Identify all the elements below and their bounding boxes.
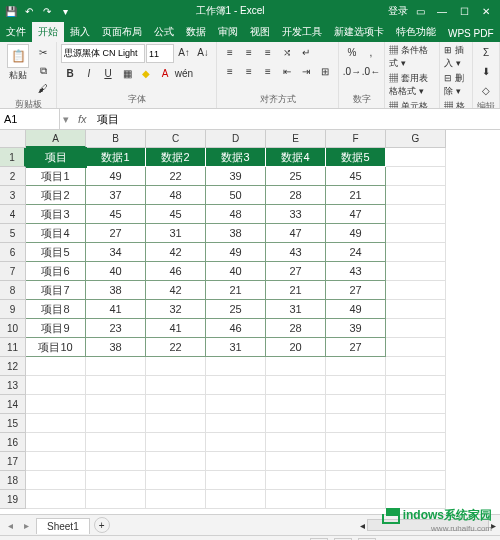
cell[interactable]: 数据4 (266, 148, 326, 167)
row-header[interactable]: 17 (0, 452, 26, 471)
qat-more-icon[interactable]: ▾ (58, 4, 72, 18)
cell[interactable] (206, 376, 266, 395)
cell[interactable] (266, 452, 326, 471)
border-icon[interactable]: ▦ (118, 65, 136, 82)
cell[interactable] (146, 490, 206, 509)
row-header[interactable]: 8 (0, 281, 26, 300)
decrease-decimal-icon[interactable]: .0← (362, 63, 380, 80)
cell[interactable]: 21 (266, 281, 326, 300)
cell[interactable] (386, 300, 446, 319)
cell[interactable] (326, 414, 386, 433)
login-button[interactable]: 登录 (388, 4, 408, 18)
cell[interactable]: 34 (86, 243, 146, 262)
cell[interactable] (386, 452, 446, 471)
row-header[interactable]: 2 (0, 167, 26, 186)
delete-cells-button[interactable]: ⊟ 删除 ▾ (444, 72, 468, 98)
column-header[interactable]: A (26, 130, 86, 148)
cell[interactable]: 数据3 (206, 148, 266, 167)
cell[interactable]: 28 (266, 186, 326, 205)
cell[interactable]: 项目6 (26, 262, 86, 281)
cell[interactable] (146, 395, 206, 414)
tab-custom[interactable]: 新建选项卡 (328, 22, 390, 42)
cell[interactable] (386, 224, 446, 243)
cell[interactable] (266, 414, 326, 433)
row-header[interactable]: 14 (0, 395, 26, 414)
cell[interactable] (206, 357, 266, 376)
sheet-nav-prev-icon[interactable]: ◂ (4, 520, 16, 531)
undo-icon[interactable]: ↶ (22, 4, 36, 18)
cell[interactable] (206, 433, 266, 452)
number-format-icon[interactable]: % (343, 44, 361, 61)
cell[interactable]: 31 (206, 338, 266, 357)
cell[interactable]: 47 (326, 205, 386, 224)
align-right-icon[interactable]: ≡ (259, 63, 277, 80)
indent-decrease-icon[interactable]: ⇤ (278, 63, 296, 80)
cell[interactable]: 50 (206, 186, 266, 205)
cell[interactable] (386, 433, 446, 452)
tab-view[interactable]: 视图 (244, 22, 276, 42)
cell[interactable]: 项目9 (26, 319, 86, 338)
cell[interactable]: 45 (146, 205, 206, 224)
conditional-format-button[interactable]: ▦ 条件格式 ▾ (389, 44, 435, 70)
merge-icon[interactable]: ⊞ (316, 63, 334, 80)
cell[interactable]: 47 (266, 224, 326, 243)
cell[interactable] (206, 471, 266, 490)
tab-wpspdf[interactable]: WPS PDF (442, 25, 500, 42)
cell[interactable]: 39 (326, 319, 386, 338)
column-header[interactable]: G (386, 130, 446, 148)
cell[interactable]: 45 (86, 205, 146, 224)
sheet-tab-active[interactable]: Sheet1 (36, 518, 90, 534)
indent-increase-icon[interactable]: ⇥ (297, 63, 315, 80)
paste-button[interactable]: 📋 粘贴 (4, 44, 32, 82)
cell[interactable] (326, 490, 386, 509)
cell[interactable]: 33 (266, 205, 326, 224)
cell[interactable]: 41 (146, 319, 206, 338)
tab-insert[interactable]: 插入 (64, 22, 96, 42)
sheet-nav-next-icon[interactable]: ▸ (20, 520, 32, 531)
cell[interactable] (26, 357, 86, 376)
cell[interactable]: 23 (86, 319, 146, 338)
column-header[interactable]: E (266, 130, 326, 148)
italic-icon[interactable]: I (80, 65, 98, 82)
phonetic-icon[interactable]: wén (175, 65, 193, 82)
cell[interactable] (26, 490, 86, 509)
cell[interactable] (326, 433, 386, 452)
cell[interactable]: 32 (146, 300, 206, 319)
cell[interactable] (146, 471, 206, 490)
align-bottom-icon[interactable]: ≡ (259, 44, 277, 61)
cell[interactable] (386, 338, 446, 357)
cell[interactable] (206, 490, 266, 509)
cell[interactable]: 27 (86, 224, 146, 243)
increase-font-icon[interactable]: A↑ (175, 44, 193, 61)
font-color-icon[interactable]: A (156, 65, 174, 82)
tab-data[interactable]: 数据 (180, 22, 212, 42)
cell[interactable]: 49 (326, 300, 386, 319)
row-header[interactable]: 1 (0, 148, 26, 167)
cell[interactable] (86, 471, 146, 490)
cell[interactable] (26, 471, 86, 490)
cell[interactable] (386, 376, 446, 395)
ribbon-options-icon[interactable]: ▭ (410, 4, 430, 18)
cell[interactable] (386, 414, 446, 433)
cell[interactable] (26, 395, 86, 414)
cell[interactable] (86, 490, 146, 509)
row-header[interactable]: 3 (0, 186, 26, 205)
align-left-icon[interactable]: ≡ (221, 63, 239, 80)
tab-features[interactable]: 特色功能 (390, 22, 442, 42)
cell[interactable]: 21 (206, 281, 266, 300)
cell[interactable]: 27 (266, 262, 326, 281)
cell[interactable]: 46 (146, 262, 206, 281)
font-name-input[interactable] (61, 44, 145, 63)
increase-decimal-icon[interactable]: .0→ (343, 63, 361, 80)
cell[interactable]: 数据1 (86, 148, 146, 167)
tab-review[interactable]: 审阅 (212, 22, 244, 42)
cell[interactable] (386, 148, 446, 167)
cell-styles-button[interactable]: ▦ 单元格样式 ▾ (389, 100, 435, 109)
cell[interactable]: 31 (146, 224, 206, 243)
cell[interactable]: 45 (326, 167, 386, 186)
cell[interactable]: 48 (206, 205, 266, 224)
cell[interactable]: 31 (266, 300, 326, 319)
row-header[interactable]: 18 (0, 471, 26, 490)
cell[interactable] (386, 357, 446, 376)
cell[interactable]: 项目10 (26, 338, 86, 357)
